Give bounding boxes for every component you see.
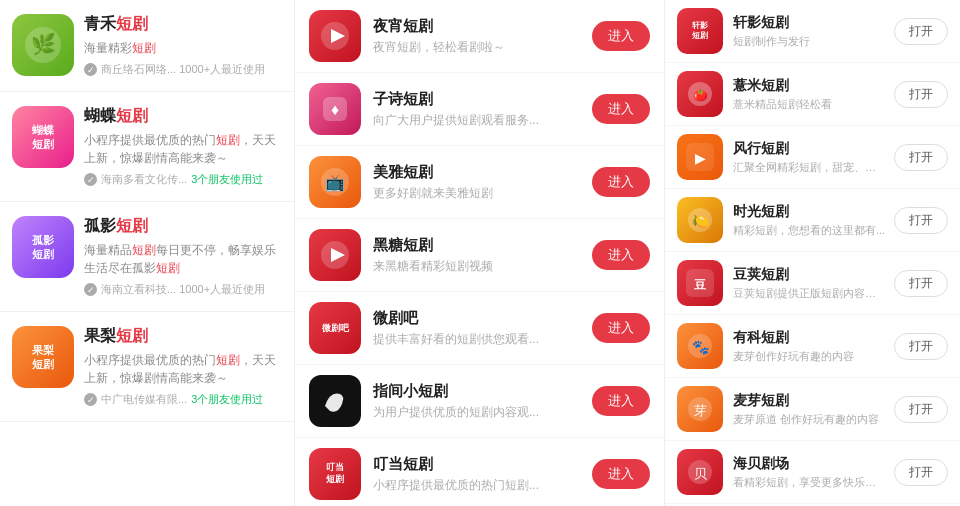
list-item[interactable]: 📺 美雅短剧 更多好剧就来美雅短剧 进入 <box>295 146 664 219</box>
list-item[interactable]: 芽 麦芽短剧 麦芽原道 创作好玩有趣的内容 打开 <box>665 378 960 441</box>
app-info-hudie: 蝴蝶短剧 小程序提供最优质的热门短剧，天天上新，惊爆剧情高能来袭～ ✓ 海南多看… <box>84 106 282 187</box>
list-item[interactable]: 夜宵短剧 夜宵短剧，轻松看剧啦～ 进入 <box>295 0 664 73</box>
app-desc: 麦芽创作好玩有趣的内容 <box>733 349 886 364</box>
app-info-manya: 麦芽短剧 麦芽原道 创作好玩有趣的内容 <box>733 392 886 427</box>
app-title: 美雅短剧 <box>373 163 584 182</box>
verify-icon: ✓ <box>84 173 97 186</box>
app-desc: 薏米精品短剧轻松看 <box>733 97 886 112</box>
app-title: 果梨短剧 <box>84 326 282 347</box>
list-item[interactable]: 蝴蝶 短剧 蝴蝶短剧 小程序提供最优质的热门短剧，天天上新，惊爆剧情高能来袭～ … <box>0 92 294 202</box>
enter-button[interactable]: 进入 <box>592 459 650 489</box>
app-icon-haomi: 🍅 <box>677 71 723 117</box>
app-info-heitang: 黑糖短剧 来黑糖看精彩短剧视频 <box>373 236 584 275</box>
app-title: 有科短剧 <box>733 329 886 347</box>
enter-button[interactable]: 进入 <box>592 21 650 51</box>
app-icon-qinghe: 🌿 <box>12 14 74 76</box>
svg-text:芽: 芽 <box>694 403 707 418</box>
app-icon-hudie: 蝴蝶 短剧 <box>12 106 74 168</box>
list-item[interactable]: 叮当 短剧 叮当短剧 小程序提供最优质的热门短剧... 进入 <box>295 438 664 506</box>
open-button[interactable]: 打开 <box>894 81 948 108</box>
meta-text: 海南多看文化传... <box>101 172 187 187</box>
app-icon-heitang <box>309 229 361 281</box>
open-button[interactable]: 打开 <box>894 207 948 234</box>
svg-text:▶: ▶ <box>695 150 706 166</box>
app-info-shiguang: 时光短剧 精彩短剧，您想看的这里都有... <box>733 203 886 238</box>
app-icon-guoli: 果梨 短剧 <box>12 326 74 388</box>
list-item[interactable]: 🌿 青禾短剧 海量精彩短剧 ✓ 商丘络石网络... 1000+人最近使用 <box>0 0 294 92</box>
app-icon-shiguang: 🍋 <box>677 197 723 243</box>
app-title: 青禾短剧 <box>84 14 282 35</box>
app-info-haibei: 海贝剧场 看精彩短剧，享受更多快乐时光！追剧神... <box>733 455 886 490</box>
app-title: 蝴蝶短剧 <box>84 106 282 127</box>
mid-panel: 夜宵短剧 夜宵短剧，轻松看剧啦～ 进入 ♦ 子诗短剧 向广大用户提供短剧观看服务… <box>295 0 665 506</box>
app-desc: 来黑糖看精彩短剧视频 <box>373 258 573 275</box>
enter-button[interactable]: 进入 <box>592 240 650 270</box>
enter-button[interactable]: 进入 <box>592 386 650 416</box>
app-desc: 小程序提供最优质的热门短剧，天天上新，惊爆剧情高能来袭～ <box>84 351 282 387</box>
list-item[interactable]: 轩影 短剧 轩影短剧 短剧制作与发行 打开 <box>665 0 960 63</box>
list-item[interactable]: 🐾 有科短剧 麦芽创作好玩有趣的内容 打开 <box>665 315 960 378</box>
app-meta: ✓ 中广电传媒有限... 3个朋友使用过 <box>84 392 282 407</box>
open-button[interactable]: 打开 <box>894 144 948 171</box>
app-title: 海贝剧场 <box>733 455 886 473</box>
enter-button[interactable]: 进入 <box>592 167 650 197</box>
list-item[interactable]: 🍅 薏米短剧 薏米精品短剧轻松看 打开 <box>665 63 960 126</box>
app-title: 黑糖短剧 <box>373 236 584 255</box>
app-icon-haibei: 贝 <box>677 449 723 495</box>
enter-button[interactable]: 进入 <box>592 94 650 124</box>
verify-icon: ✓ <box>84 63 97 76</box>
app-meta: ✓ 海南立看科技... 1000+人最近使用 <box>84 282 282 297</box>
app-info-huying: 孤影短剧 海量精品短剧每日更不停，畅享娱乐生活尽在孤影短剧 ✓ 海南立看科技..… <box>84 216 282 297</box>
app-title: 时光短剧 <box>733 203 886 221</box>
list-item[interactable]: ▶ 风行短剧 汇聚全网精彩短剧，甜宠、悬疑、古侠... 打开 <box>665 126 960 189</box>
app-title: 微剧吧 <box>373 309 584 328</box>
app-info-qinghe: 青禾短剧 海量精彩短剧 ✓ 商丘络石网络... 1000+人最近使用 <box>84 14 282 77</box>
app-title: 孤影短剧 <box>84 216 282 237</box>
app-desc: 小程序提供最优质的热门短剧... <box>373 477 573 494</box>
app-icon-meiya: 📺 <box>309 156 361 208</box>
app-desc: 海量精品短剧每日更不停，畅享娱乐生活尽在孤影短剧 <box>84 241 282 277</box>
list-item[interactable]: 指间小短剧 为用户提供优质的短剧内容观... 进入 <box>295 365 664 438</box>
svg-text:♦: ♦ <box>331 101 339 118</box>
list-item[interactable]: ♦ 子诗短剧 向广大用户提供短剧观看服务... 进入 <box>295 73 664 146</box>
svg-text:贝: 贝 <box>694 466 707 481</box>
app-desc: 豆荚短剧提供正版短剧内容，类型多样... <box>733 286 886 301</box>
list-item[interactable]: 豆 豆荚短剧 豆荚短剧提供正版短剧内容，类型多样... 打开 <box>665 252 960 315</box>
app-icon-douying: 豆 <box>677 260 723 306</box>
svg-text:🍅: 🍅 <box>693 87 708 102</box>
app-info-xuanying: 轩影短剧 短剧制作与发行 <box>733 14 886 49</box>
app-icon-xuanying: 轩影 短剧 <box>677 8 723 54</box>
app-title: 子诗短剧 <box>373 90 584 109</box>
open-button[interactable]: 打开 <box>894 459 948 486</box>
app-info-fengxing: 风行短剧 汇聚全网精彩短剧，甜宠、悬疑、古侠... <box>733 140 886 175</box>
meta-text: 中广电传媒有限... <box>101 392 187 407</box>
app-desc: 看精彩短剧，享受更多快乐时光！追剧神... <box>733 475 886 490</box>
app-desc: 向广大用户提供短剧观看服务... <box>373 112 573 129</box>
enter-button[interactable]: 进入 <box>592 313 650 343</box>
open-button[interactable]: 打开 <box>894 396 948 423</box>
app-icon-youke: 🐾 <box>677 323 723 369</box>
open-button[interactable]: 打开 <box>894 333 948 360</box>
list-item[interactable]: 🍋 时光短剧 精彩短剧，您想看的这里都有... 打开 <box>665 189 960 252</box>
verify-icon: ✓ <box>84 393 97 406</box>
app-icon-yejin <box>309 10 361 62</box>
app-desc: 更多好剧就来美雅短剧 <box>373 185 573 202</box>
open-button[interactable]: 打开 <box>894 270 948 297</box>
app-desc: 为用户提供优质的短剧内容观... <box>373 404 573 421</box>
open-button[interactable]: 打开 <box>894 18 948 45</box>
list-item[interactable]: 孤影 短剧 孤影短剧 海量精品短剧每日更不停，畅享娱乐生活尽在孤影短剧 ✓ 海南… <box>0 202 294 312</box>
app-info-zishi: 子诗短剧 向广大用户提供短剧观看服务... <box>373 90 584 129</box>
app-info-haomi: 薏米短剧 薏米精品短剧轻松看 <box>733 77 886 112</box>
list-item[interactable]: 贝 海贝剧场 看精彩短剧，享受更多快乐时光！追剧神... 打开 <box>665 441 960 504</box>
left-panel: 🌿 青禾短剧 海量精彩短剧 ✓ 商丘络石网络... 1000+人最近使用 蝴蝶 … <box>0 0 295 506</box>
list-item[interactable]: 黑糖短剧 来黑糖看精彩短剧视频 进入 <box>295 219 664 292</box>
meta-text: 商丘络石网络... 1000+人最近使用 <box>101 62 265 77</box>
app-desc: 麦芽原道 创作好玩有趣的内容 <box>733 412 886 427</box>
list-item[interactable]: 果梨 短剧 果梨短剧 小程序提供最优质的热门短剧，天天上新，惊爆剧情高能来袭～ … <box>0 312 294 422</box>
svg-text:📺: 📺 <box>325 173 345 192</box>
app-meta: ✓ 海南多看文化传... 3个朋友使用过 <box>84 172 282 187</box>
list-item[interactable]: 微剧吧 微剧吧 提供丰富好看的短剧供您观看... 进入 <box>295 292 664 365</box>
app-title: 轩影短剧 <box>733 14 886 32</box>
app-icon-manya: 芽 <box>677 386 723 432</box>
svg-text:🍋: 🍋 <box>692 213 710 230</box>
